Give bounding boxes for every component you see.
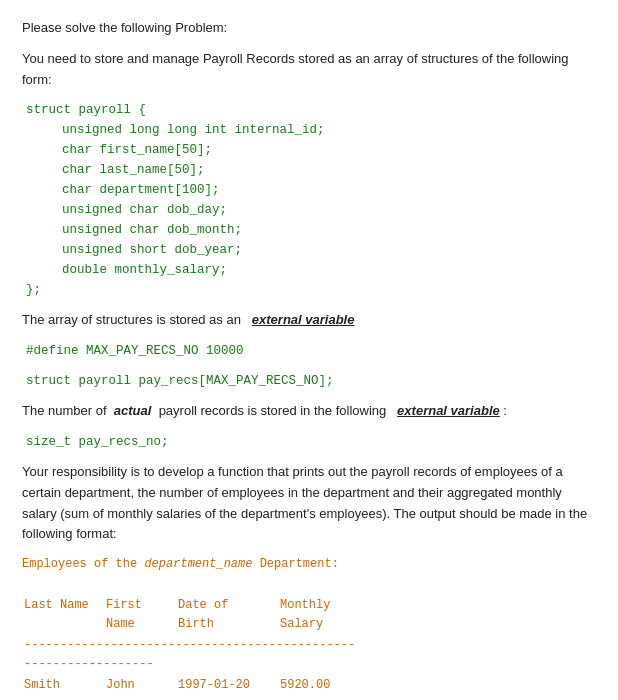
table-header-row: Last Name First Name Date of Birth Month… — [24, 596, 370, 634]
field-5: unsigned char dob_day; — [26, 200, 596, 220]
field-8: double monthly_salary; — [26, 260, 596, 280]
field-7: unsigned short dob_year; — [26, 240, 596, 260]
divider-cell: ----------------------------------------… — [24, 636, 370, 674]
row1-dob: 1997-01-20 — [178, 676, 278, 695]
array-description: The array of structures is stored as an … — [22, 310, 596, 331]
size-t-line: size_t pay_recs_no; — [22, 432, 596, 452]
col-header-dob: Date of Birth — [178, 596, 278, 634]
row1-last: Smith — [24, 676, 104, 695]
divider-row: ----------------------------------------… — [24, 636, 370, 674]
field-4: char department[100]; — [26, 180, 596, 200]
problem-header: Please solve the following Problem: — [22, 18, 596, 39]
field-3: char last_name[50]; — [26, 160, 596, 180]
row1-salary: 5920.00 — [280, 676, 370, 695]
col-header-last: Last Name — [24, 596, 104, 634]
field-2: char first_name[50]; — [26, 140, 596, 160]
row1-first: John — [106, 676, 176, 695]
output-section: Employees of the department_name Departm… — [22, 555, 596, 700]
col-header-salary: Monthly Salary — [280, 596, 370, 634]
actual-emphasis: actual — [114, 403, 152, 418]
external-variable-emphasis: external variable — [252, 312, 355, 327]
field-6: unsigned char dob_month; — [26, 220, 596, 240]
table-row: Smith John 1997-01-20 5920.00 — [24, 676, 370, 695]
struct-close: }; — [26, 280, 596, 300]
col-header-first: First Name — [106, 596, 176, 634]
intro-text: You need to store and manage Payroll Rec… — [22, 49, 596, 91]
function-description: Your responsibility is to develop a func… — [22, 462, 596, 545]
struct-open: struct payroll { — [26, 100, 596, 120]
output-table: Last Name First Name Date of Birth Month… — [22, 594, 372, 700]
count-description: The number of actual payroll records is … — [22, 401, 596, 422]
define-line: #define MAX_PAY_RECS_NO 10000 — [22, 341, 596, 361]
struct-array-declaration: struct payroll pay_recs[MAX_PAY_RECS_NO]… — [22, 371, 596, 391]
external-emphasis-2: external variable — [397, 403, 500, 418]
output-header: Employees of the department_name Departm… — [22, 555, 596, 574]
field-1: unsigned long long int internal_id; — [26, 120, 596, 140]
struct-definition: struct payroll { unsigned long long int … — [22, 100, 596, 300]
